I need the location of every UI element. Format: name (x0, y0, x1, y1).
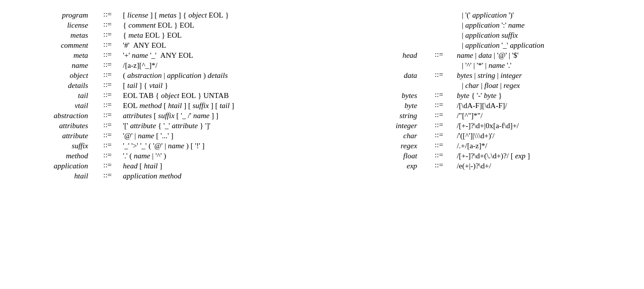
sep-bytes: ::= (421, 90, 457, 101)
rule-vtail: vtail ::= EOL method [ htail ] [ suffix … (15, 101, 312, 111)
or-application-suffix-body: | application suffix (457, 30, 629, 40)
nt-comment: comment (15, 40, 92, 50)
rule-integer-body: /[+-]?\d+|0x[a-f\d]+/ (457, 121, 629, 131)
rule-head-cont: | '^' | '*' | name '.' (332, 60, 629, 70)
rule-suffix-body: '_' '>' '_' ( '@' | name ) [ '!' ] (123, 141, 312, 151)
nt-char: char (332, 131, 421, 141)
rule-htail-body: application method (123, 171, 312, 181)
rule-integer: integer ::= /[+-]?\d+|0x[a-f\d]+/ (332, 121, 629, 131)
nt-details: details (15, 80, 92, 90)
sep-exp: ::= (421, 161, 457, 171)
or-application-paren-body: | '(' application ')' (457, 10, 629, 20)
rule-details: details ::= [ tail ] { vtail } (15, 80, 312, 90)
nt-attributes: attributes (15, 121, 92, 131)
right-grammar-table: | '(' application ')' | application ':' … (332, 10, 629, 171)
rule-string-body: /"[^"]*"/ (457, 111, 629, 121)
sep-metas: ::= (92, 30, 123, 40)
nt-metas: metas (15, 30, 92, 40)
rule-data-body: bytes | string | integer (457, 70, 629, 80)
nt-abstraction: abstraction (15, 111, 92, 121)
nt-method: method (15, 151, 92, 161)
nt-regex: regex (332, 141, 421, 151)
rule-byte: byte ::= /[\dA-F][\dA-F]/ (332, 101, 629, 111)
sep-suffix: ::= (92, 141, 123, 151)
rule-bytes: bytes ::= byte { '-' byte } (332, 90, 629, 101)
sep-details: ::= (92, 80, 123, 90)
nt-data: data (332, 70, 421, 80)
rule-method: method ::= '.' ( name | '^' ) (15, 151, 312, 161)
rule-metas: metas ::= { meta EOL } EOL (15, 30, 312, 40)
left-grammar-table: program ::= [ license ] [ metas ] { obje… (15, 10, 312, 181)
or-application-underscore: | application '_' application (332, 40, 629, 50)
rule-data-cont-body: | char | float | regex (457, 80, 629, 90)
nt-object: object (15, 70, 92, 80)
nt-attribute: attribute (15, 131, 92, 141)
rule-object-body: ( abstraction | application ) details (123, 70, 312, 80)
rule-object: object ::= ( abstraction | application )… (15, 70, 312, 80)
rule-string: string ::= /"[^"]*"/ (332, 111, 629, 121)
sep-object: ::= (92, 70, 123, 80)
rule-tail: tail ::= EOL TAB { object EOL } UNTAB (15, 90, 312, 101)
nt-name: name (15, 60, 92, 70)
rule-license: license ::= { comment EOL } EOL (15, 20, 312, 30)
sep-byte: ::= (421, 101, 457, 111)
sep-integer: ::= (421, 121, 457, 131)
rule-program: program ::= [ license ] [ metas ] { obje… (15, 10, 312, 20)
nt-vtail: vtail (15, 101, 92, 111)
rule-meta-body: '+' name '_' ANY EOL (123, 50, 312, 60)
rule-method-body: '.' ( name | '^' ) (123, 151, 312, 161)
or-application-suffix: | application suffix (332, 30, 629, 40)
sep-comment: ::= (92, 40, 123, 50)
nt-program: program (15, 10, 92, 20)
nt-string: string (332, 111, 421, 121)
sep-attribute: ::= (92, 131, 123, 141)
sep-data: ::= (421, 70, 457, 80)
sep-abstraction: ::= (92, 111, 123, 121)
sep-empty-3 (421, 30, 457, 40)
nt-suffix: suffix (15, 141, 92, 151)
rule-abstraction: abstraction ::= attributes [ suffix [ '_… (15, 111, 312, 121)
nt-empty-5 (332, 60, 421, 70)
sep-htail: ::= (92, 171, 123, 181)
rule-head: head ::= name | data | '@' | '$' (332, 50, 629, 60)
rule-char-body: /'([^']|\\\d+)'/ (457, 131, 629, 141)
rule-tail-body: EOL TAB { object EOL } UNTAB (123, 90, 312, 101)
sep-float: ::= (421, 151, 457, 161)
rule-char: char ::= /'([^']|\\\d+)'/ (332, 131, 629, 141)
rule-float-body: /[+-]?\d+(\.\d+)?/ [ exp ] (457, 151, 629, 161)
rule-regex-body: /.+/[a-z]*/ (457, 141, 629, 151)
sep-attributes: ::= (92, 121, 123, 131)
rule-data: data ::= bytes | string | integer (332, 70, 629, 80)
rule-application: application ::= head [ htail ] (15, 161, 312, 171)
nt-bytes: bytes (332, 90, 421, 101)
sep-license: ::= (92, 20, 123, 30)
rule-application-body: head [ htail ] (123, 161, 312, 171)
rule-vtail-body: EOL method [ htail ] [ suffix ] [ tail ] (123, 101, 312, 111)
sep-program: ::= (92, 10, 123, 20)
sep-method: ::= (92, 151, 123, 161)
sep-name: ::= (92, 60, 123, 70)
or-application-colon: | application ':' name (332, 20, 629, 30)
nt-empty-3 (332, 30, 421, 40)
rule-regex: regex ::= /.+/[a-z]*/ (332, 141, 629, 151)
rule-program-body: [ license ] [ metas ] { object EOL } (123, 10, 312, 20)
rule-bytes-body: byte { '-' byte } (457, 90, 629, 101)
sep-empty-1 (421, 10, 457, 20)
nt-exp: exp (332, 161, 421, 171)
nt-integer: integer (332, 121, 421, 131)
rule-attributes: attributes ::= '[' attribute { '_' attri… (15, 121, 312, 131)
nt-tail: tail (15, 90, 92, 101)
sep-vtail: ::= (92, 101, 123, 111)
rule-name: name ::= /[a-z][^_]*/ (15, 60, 312, 70)
rule-suffix: suffix ::= '_' '>' '_' ( '@' | name ) [ … (15, 141, 312, 151)
rule-head-body: name | data | '@' | '$' (457, 50, 629, 60)
nt-byte: byte (332, 101, 421, 111)
left-column: program ::= [ license ] [ metas ] { obje… (15, 10, 322, 181)
sep-meta: ::= (92, 50, 123, 60)
nt-float: float (332, 151, 421, 161)
sep-empty-2 (421, 20, 457, 30)
nt-empty-2 (332, 20, 421, 30)
rule-float: float ::= /[+-]?\d+(\.\d+)?/ [ exp ] (332, 151, 629, 161)
rule-exp: exp ::= /e(+|-)?\d+/ (332, 161, 629, 171)
or-application-colon-body: | application ':' name (457, 20, 629, 30)
